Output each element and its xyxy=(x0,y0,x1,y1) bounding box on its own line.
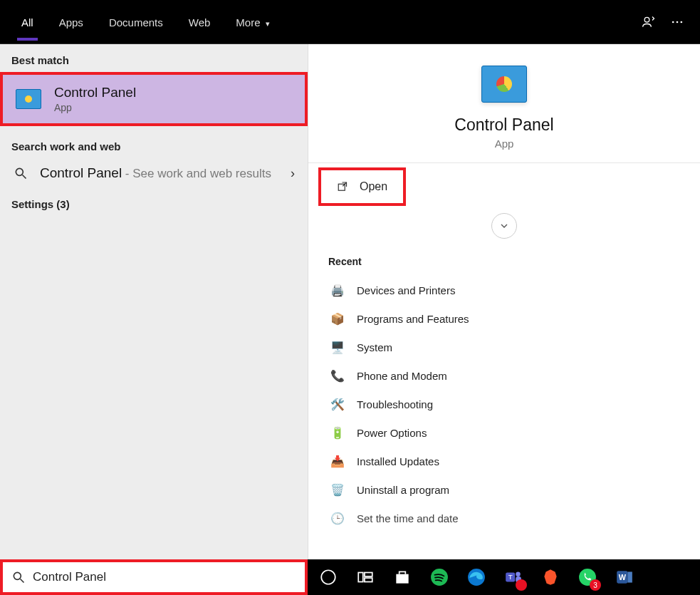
tab-apps[interactable]: Apps xyxy=(46,5,96,38)
brave-icon[interactable] xyxy=(536,562,565,592)
open-action[interactable]: Open xyxy=(318,167,406,206)
search-icon xyxy=(13,166,28,180)
recent-item-power-options[interactable]: 🔋 Power Options xyxy=(328,418,680,447)
best-match-subtitle: App xyxy=(54,102,136,113)
monitor-icon: 🖥️ xyxy=(330,339,345,355)
search-input[interactable] xyxy=(33,570,296,584)
best-match-label: Best match xyxy=(0,44,308,72)
svg-text:T: T xyxy=(508,573,513,581)
recent-item-system[interactable]: 🖥️ System xyxy=(328,333,680,361)
chevron-down-icon: ▾ xyxy=(263,19,270,28)
uninstall-icon: 🗑️ xyxy=(330,482,345,497)
preview-panel: Control Panel App Open Recent 🖨️ Devices… xyxy=(308,44,700,559)
chevron-right-icon: › xyxy=(291,166,295,181)
svg-rect-10 xyxy=(358,573,363,582)
open-icon xyxy=(337,180,350,193)
svg-point-17 xyxy=(516,571,521,576)
results-panel: Best match Control Panel App Search work… xyxy=(0,44,308,559)
printer-icon: 🖨️ xyxy=(330,282,345,298)
cortana-icon[interactable] xyxy=(313,562,343,592)
box-icon: 📦 xyxy=(330,311,345,326)
search-icon xyxy=(11,570,26,584)
recent-label: Recent xyxy=(328,256,680,267)
wrench-icon: 🛠️ xyxy=(330,396,345,412)
more-options-icon[interactable] xyxy=(663,8,691,36)
preview-title: Control Panel xyxy=(323,115,686,135)
task-view-icon[interactable] xyxy=(350,562,380,592)
svg-line-8 xyxy=(21,579,24,583)
svg-point-2 xyxy=(677,21,679,23)
word-icon[interactable]: W xyxy=(610,562,639,592)
chevron-down-icon xyxy=(498,220,510,232)
svg-rect-22 xyxy=(627,571,632,582)
search-filter-tabs: All Apps Documents Web More ▾ xyxy=(0,0,700,44)
spotify-icon[interactable] xyxy=(424,562,454,592)
svg-point-3 xyxy=(681,21,683,23)
preview-subtitle: App xyxy=(323,138,686,150)
svg-point-4 xyxy=(16,168,23,175)
recent-item-troubleshooting[interactable]: 🛠️ Troubleshooting xyxy=(328,390,680,418)
control-panel-large-icon xyxy=(481,66,527,103)
svg-point-19 xyxy=(579,569,596,586)
update-icon: 📥 xyxy=(330,453,345,469)
tab-documents[interactable]: Documents xyxy=(96,5,176,38)
store-icon[interactable] xyxy=(387,562,417,592)
recent-item-programs-features[interactable]: 📦 Programs and Features xyxy=(328,304,680,333)
search-box[interactable] xyxy=(0,559,308,595)
svg-point-0 xyxy=(644,17,649,22)
taskbar: T W xyxy=(308,559,700,595)
edge-icon[interactable] xyxy=(461,562,491,592)
svg-point-7 xyxy=(14,572,21,579)
svg-rect-11 xyxy=(365,573,372,576)
svg-point-1 xyxy=(672,21,674,23)
recent-item-uninstall-program[interactable]: 🗑️ Uninstall a program xyxy=(328,475,680,504)
power-icon: 🔋 xyxy=(330,425,345,440)
recent-item-set-time-date[interactable]: 🕒 Set the time and date xyxy=(328,504,680,532)
web-search-item[interactable]: Control Panel - See work and web results… xyxy=(0,158,308,188)
svg-point-9 xyxy=(321,570,335,584)
best-match-result[interactable]: Control Panel App xyxy=(0,72,308,126)
control-panel-icon xyxy=(16,89,41,109)
tab-web[interactable]: Web xyxy=(176,5,224,38)
teams-icon[interactable]: T xyxy=(498,562,528,592)
tab-all[interactable]: All xyxy=(9,5,46,38)
feedback-icon[interactable] xyxy=(634,8,663,36)
recent-item-installed-updates[interactable]: 📥 Installed Updates xyxy=(328,447,680,475)
whatsapp-icon[interactable] xyxy=(573,562,602,592)
recent-item-phone-modem[interactable]: 📞 Phone and Modem xyxy=(328,361,680,390)
recent-item-devices-printers[interactable]: 🖨️ Devices and Printers xyxy=(328,276,680,304)
settings-results-label[interactable]: Settings (3) xyxy=(0,188,308,220)
phone-icon: 📞 xyxy=(330,368,345,383)
best-match-title: Control Panel xyxy=(54,85,136,100)
svg-line-5 xyxy=(23,175,26,179)
clock-icon: 🕒 xyxy=(330,510,345,526)
svg-text:W: W xyxy=(619,573,627,581)
work-web-label: Search work and web xyxy=(0,130,308,158)
expand-button[interactable] xyxy=(491,213,517,239)
web-item-text: Control Panel - See work and web results xyxy=(40,165,279,181)
open-label: Open xyxy=(360,180,387,193)
svg-rect-12 xyxy=(365,578,372,581)
svg-rect-18 xyxy=(516,576,521,583)
tab-more[interactable]: More ▾ xyxy=(223,5,282,38)
